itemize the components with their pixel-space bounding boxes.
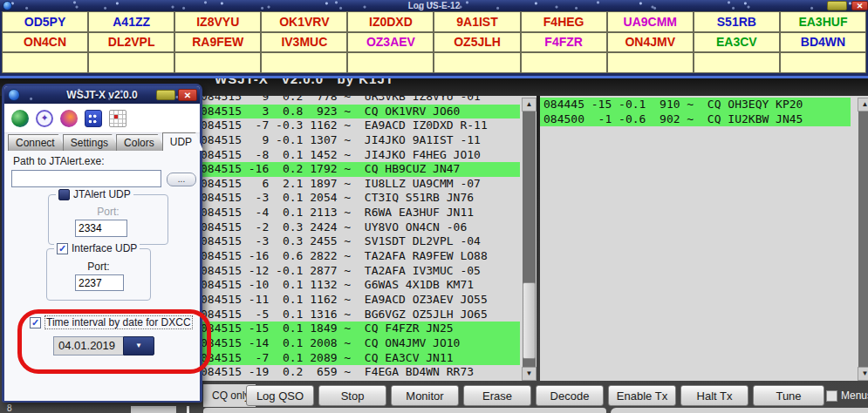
decode-row[interactable]: 084515 3 0.8 923 ~ CQ OK1VRV JO60 (197, 105, 520, 119)
decode-button[interactable]: Decode (536, 385, 604, 406)
dxcc-interval-checkbox[interactable]: ✓ (30, 317, 41, 328)
tune-button[interactable]: Tune (753, 385, 824, 406)
decode-row[interactable]: 084515 -14 0.1 2008 ~ CQ ON4JMV JO10 (197, 336, 520, 351)
jtalert-udp-port-input[interactable] (75, 220, 127, 237)
callsign-cell-on4cn[interactable]: ON4CN (3, 33, 87, 52)
minimize-button[interactable] (827, 1, 847, 10)
dxcc-date-combobox[interactable]: 04.01.2019 ▼ (53, 336, 154, 355)
bottom-panel-fragment (611, 408, 868, 413)
monitor-button[interactable]: Monitor (391, 385, 459, 406)
decode-row[interactable]: 084515 9 -0.1 1307 ~ JI4JKO 9A1IST -11 (197, 133, 520, 148)
rx-frequency-scrollbar[interactable]: ▲ ▼ (858, 98, 868, 381)
callsign-cell-on4jmv[interactable]: ON4JMV (608, 33, 693, 52)
callsign-cell-oz3aev[interactable]: OZ3AEV (348, 33, 433, 52)
decode-row[interactable]: 084515 -11 0.1 1162 ~ EA9ACD OZ3AEV JO55 (197, 293, 520, 308)
interface-udp-checkbox[interactable]: ✓ (57, 243, 68, 254)
callsign-cell-ea3cv[interactable]: EA3CV (694, 33, 779, 52)
erase-button[interactable]: Erase (463, 385, 531, 406)
callsign-cell-ok1vrv[interactable]: OK1VRV (262, 12, 346, 31)
decode-row[interactable]: 084515 -7 0.1 2089 ~ CQ EA3CV JN11 (197, 351, 520, 366)
enable-tx-button[interactable]: Enable Tx (608, 385, 676, 406)
callsign-cell-s51rb[interactable]: S51RB (694, 12, 779, 31)
scroll-down-icon[interactable]: ▼ (522, 367, 537, 381)
grid-icon[interactable] (109, 110, 126, 127)
decode-row[interactable]: 084515 -15 0.1 1849 ~ CQ F4FZR JN25 (197, 322, 520, 336)
callsign-cell-f4heg[interactable]: F4HEG (522, 12, 606, 31)
callsign-cell-ua9cmm[interactable]: UA9CMM (608, 12, 693, 31)
callsign-cell-oz5jlh[interactable]: OZ5JLH (434, 33, 519, 52)
close-button[interactable]: ✕ (851, 1, 868, 10)
bottom-fragment-text: 8 (7, 403, 12, 413)
interface-udp-group: ✓ Interface UDP Port: (46, 248, 151, 301)
decode-row[interactable]: 084515 -16 0.2 1792 ~ CQ HB9CUZ JN47 (197, 162, 520, 177)
callsign-cell-empty[interactable] (3, 53, 87, 72)
callsign-cell-od5py[interactable]: OD5PY (3, 12, 87, 31)
callsign-cell-iz0dxd[interactable]: IZ0DXD (348, 12, 433, 31)
tab-udp[interactable]: UDP (162, 132, 203, 151)
decode-row[interactable]: 084515 -2 0.3 2424 ~ UY8VO ON4CN -06 (197, 220, 520, 235)
chevron-down-icon[interactable]: ▼ (123, 336, 154, 355)
decode-row[interactable]: 084515 6 2.1 1897 ~ IU8LLZ UA9CMM -07 (197, 177, 520, 192)
world-icon[interactable] (60, 110, 78, 127)
dialog-toolbar: ✦ (4, 104, 200, 133)
decode-row[interactable]: 084500 -1 -0.6 902 ~ CQ IU2KBW JN45 (540, 112, 851, 127)
callsign-cell-empty[interactable] (348, 53, 433, 72)
tab-connect[interactable]: Connect (8, 134, 66, 151)
log-window-titlebar[interactable]: Log US-E-12 ✕ (0, 0, 868, 11)
callsign-cell-bd4wn[interactable]: BD4WN (781, 33, 865, 52)
scrollbar-track[interactable] (858, 112, 868, 367)
callsign-cell-empty[interactable] (781, 53, 865, 72)
scrollbar-thumb[interactable] (523, 282, 536, 359)
callsign-cell-dl2vpl[interactable]: DL2VPL (89, 33, 174, 52)
decode-row[interactable]: 084515 -4 0.1 2113 ~ R6WA EA3HUF JN11 (197, 206, 520, 220)
decode-row[interactable]: 084515 -3 0.3 2455 ~ SV1SDT DL2VPL -04 (197, 234, 520, 249)
callsign-cell-9a1ist[interactable]: 9A1IST (434, 12, 519, 31)
tab-colors[interactable]: Colors (116, 134, 166, 151)
decode-row[interactable]: 084515 -5 0.1 1316 ~ BG6VGZ OZ5JLH JO65 (197, 308, 520, 322)
callsign-cell-empty[interactable] (608, 53, 693, 72)
interface-udp-port-input[interactable] (75, 274, 124, 291)
decode-row[interactable]: 084515 -3 0.1 2054 ~ CT3IQ S51RB JN76 (197, 191, 520, 206)
callsign-cell-ea3huf[interactable]: EA3HUF (781, 12, 865, 31)
band-activity-scrollbar[interactable]: ▲ ▼ (522, 98, 537, 381)
callsign-cell-empty[interactable] (262, 53, 346, 72)
calendar-icon[interactable] (85, 110, 102, 127)
callsign-cell-empty[interactable] (175, 53, 260, 72)
log-qso-button[interactable]: Log QSO (246, 385, 314, 406)
callsign-cell-iv3muc[interactable]: IV3MUC (262, 33, 346, 52)
tab-settings[interactable]: Settings (63, 134, 120, 151)
decode-row[interactable]: 084515 -7 -0.3 1162 ~ EA9ACD IZ0DXD R-11 (197, 118, 520, 133)
decode-row[interactable]: 084515 -12 -0.1 2877 ~ TA2AFA IV3MUC -05 (197, 264, 520, 279)
decode-row[interactable]: 084445 -15 -0.1 910 ~ CQ OH3EQY KP20 (540, 98, 851, 112)
callsign-cell-a41zz[interactable]: A41ZZ (89, 12, 174, 31)
scroll-down-icon[interactable]: ▼ (858, 367, 868, 381)
callsign-cell-empty[interactable] (434, 53, 519, 72)
scroll-up-icon[interactable]: ▲ (522, 98, 537, 112)
jtalert-udp-checkbox[interactable] (58, 189, 70, 200)
scrollbar-track[interactable] (523, 112, 536, 367)
callsign-cell-ra9few[interactable]: RA9FEW (175, 33, 260, 52)
checkbox-icon[interactable] (826, 390, 837, 402)
globe-icon[interactable] (11, 110, 29, 127)
decode-row[interactable]: 084515 -19 0.2 659 ~ F4EGA BD4WN RR73 (197, 365, 520, 380)
browse-button[interactable]: ... (167, 173, 196, 186)
close-button[interactable]: ✕ (178, 89, 197, 101)
stop-button[interactable]: Stop (318, 385, 386, 406)
scroll-up-icon[interactable]: ▲ (858, 98, 868, 112)
minimize-button[interactable] (156, 90, 175, 100)
decode-row[interactable]: 084515 -8 0.1 1452 ~ JI4JKO F4HEG JO10 (197, 148, 520, 163)
compass-icon[interactable]: ✦ (36, 110, 53, 127)
callsign-cell-empty[interactable] (694, 53, 779, 72)
decode-row[interactable]: 084515 -16 0.6 2822 ~ TA2AFA RA9FEW LO88 (197, 249, 520, 264)
menus-checkbox[interactable]: Menus (826, 389, 868, 402)
callsign-cell-empty[interactable] (89, 53, 174, 72)
callsign-cell-f4fzr[interactable]: F4FZR (522, 33, 606, 52)
dxcc-date-value[interactable]: 04.01.2019 (53, 336, 123, 355)
callsign-cell-iz8vyu[interactable]: IZ8VYU (175, 12, 260, 31)
dialog-titlebar[interactable]: WSJT-X v2.0.0 ✕ (4, 86, 200, 104)
decode-row[interactable]: 084515 -10 0.1 1132 ~ G6WAS 4X1DB KM71 (197, 278, 520, 293)
halt-tx-button[interactable]: Halt Tx (680, 385, 748, 406)
path-input[interactable] (11, 170, 161, 187)
wsjtx-settings-dialog: WSJT-X v2.0.0 ✕ ✦ ConnectSettingsColorsU… (2, 84, 202, 403)
callsign-cell-empty[interactable] (522, 53, 606, 72)
